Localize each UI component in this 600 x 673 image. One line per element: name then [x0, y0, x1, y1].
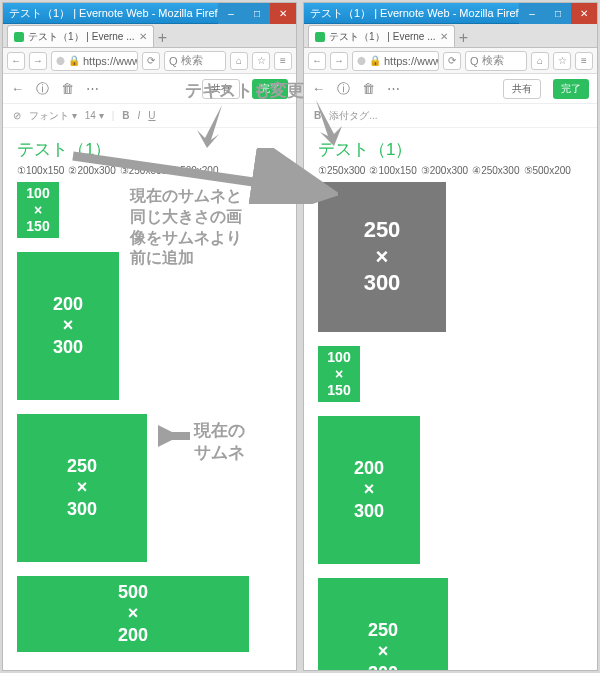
ev-trash-icon[interactable]: 🗑	[61, 81, 74, 96]
size-item: ④500x200	[171, 165, 218, 176]
note-title[interactable]: テスト（1）	[304, 128, 597, 165]
bold-button[interactable]: B	[314, 110, 321, 121]
thumbnail-100x150: 100 × 150	[17, 182, 59, 238]
window-left: テスト（1） | Evernote Web - Mozilla Firefox …	[2, 2, 297, 671]
evernote-toolbar: ← ⓘ 🗑 ⋯ 共有 完了	[304, 74, 597, 104]
globe-icon: ⬤	[357, 56, 366, 65]
size-item: ②100x150	[369, 165, 416, 176]
thumbnail-100x150: 100 × 150	[318, 346, 360, 402]
reload-button[interactable]: ⟳	[142, 52, 160, 70]
evernote-favicon-icon	[315, 32, 325, 42]
ev-back-icon[interactable]: ←	[11, 81, 24, 96]
thumbnail-500x200: 500 × 200	[17, 576, 249, 652]
bookmark-button[interactable]: ☆	[252, 52, 270, 70]
size-list-left: ①100x150 ②200x300 ③250x300 ④500x200	[3, 165, 296, 182]
tab-close-icon[interactable]: ✕	[139, 31, 147, 42]
url-input[interactable]: ⬤ 🔒 https://www.evernote.co	[352, 51, 439, 71]
size-item: ②200x300	[68, 165, 115, 176]
search-input[interactable]: Q 検索	[164, 51, 226, 71]
ev-info-icon[interactable]: ⓘ	[36, 80, 49, 98]
maximize-button[interactable]: □	[545, 3, 571, 24]
browser-tab[interactable]: テスト（1） | Everne ... ✕	[308, 25, 455, 47]
format-toolbar-right: B 添付タグ...	[304, 104, 597, 128]
window-title: テスト（1） | Evernote Web - Mozilla Firefox	[9, 6, 229, 21]
size-item: ①100x150	[17, 165, 64, 176]
window-buttons: – □ ✕	[218, 3, 296, 24]
close-button[interactable]: ✕	[571, 3, 597, 24]
menu-button[interactable]: ≡	[575, 52, 593, 70]
window-buttons: – □ ✕	[519, 3, 597, 24]
note-body-left[interactable]: 100 × 150 200 × 300 250 × 300 500 × 200	[3, 182, 296, 671]
nav-back-button[interactable]: ←	[308, 52, 326, 70]
size-list-right: ①250x300 ②100x150 ③200x300 ④250x300 ⑤500…	[304, 165, 597, 182]
search-placeholder: 検索	[482, 53, 504, 68]
ev-back-icon[interactable]: ←	[312, 81, 325, 96]
search-placeholder: 検索	[181, 53, 203, 68]
size-item: ④250x300	[472, 165, 519, 176]
ev-trash-icon[interactable]: 🗑	[362, 81, 375, 96]
bookmark-button[interactable]: ☆	[553, 52, 571, 70]
attach-tag[interactable]: 添付タグ...	[329, 109, 377, 123]
menu-button[interactable]: ≡	[274, 52, 292, 70]
new-tab-button[interactable]: +	[154, 29, 172, 47]
tab-label: テスト（1） | Everne ...	[28, 30, 135, 44]
done-button[interactable]: 完了	[553, 79, 589, 99]
search-icon: Q	[169, 55, 178, 67]
underline-button[interactable]: U	[148, 110, 155, 121]
url-text: https://www.evernote.co	[83, 55, 138, 67]
note-body-right[interactable]: 250 × 300 100 × 150 200 × 300 250 × 300	[304, 182, 597, 671]
ev-info-icon[interactable]: ⓘ	[337, 80, 350, 98]
reload-button[interactable]: ⟳	[443, 52, 461, 70]
tab-close-icon[interactable]: ✕	[440, 31, 448, 42]
titlebar[interactable]: テスト（1） | Evernote Web - Mozilla Firefox …	[304, 3, 597, 24]
note-title[interactable]: テスト（1）	[3, 128, 296, 165]
tag-icon[interactable]: ⊘	[13, 110, 21, 121]
italic-button[interactable]: I	[138, 110, 141, 121]
font-selector[interactable]: フォント ▾	[29, 109, 77, 123]
bold-button[interactable]: B	[122, 110, 129, 121]
lock-icon: 🔒	[68, 55, 80, 66]
size-item: ③250x300	[120, 165, 167, 176]
minimize-button[interactable]: –	[218, 3, 244, 24]
new-tab-button[interactable]: +	[455, 29, 473, 47]
maximize-button[interactable]: □	[244, 3, 270, 24]
ev-more-icon[interactable]: ⋯	[86, 81, 99, 96]
thumbnail-250x300-new: 250 × 300	[318, 182, 446, 332]
minimize-button[interactable]: –	[519, 3, 545, 24]
home-button[interactable]: ⌂	[531, 52, 549, 70]
search-input[interactable]: Q 検索	[465, 51, 527, 71]
tabstrip: テスト（1） | Everne ... ✕ +	[3, 24, 296, 48]
window-title: テスト（1） | Evernote Web - Mozilla Firefox	[310, 6, 530, 21]
evernote-toolbar: ← ⓘ 🗑 ⋯ 共有 完了	[3, 74, 296, 104]
format-toolbar-left: ⊘ フォント ▾ 14 ▾ | B I U	[3, 104, 296, 128]
browser-tab[interactable]: テスト（1） | Everne ... ✕	[7, 25, 154, 47]
nav-forward-button[interactable]: →	[29, 52, 47, 70]
url-input[interactable]: ⬤ 🔒 https://www.evernote.co	[51, 51, 138, 71]
url-text: https://www.evernote.co	[384, 55, 439, 67]
search-icon: Q	[470, 55, 479, 67]
size-item: ③200x300	[421, 165, 468, 176]
address-bar: ← → ⬤ 🔒 https://www.evernote.co ⟳ Q 検索 ⌂…	[304, 48, 597, 74]
thumbnail-200x300: 200 × 300	[17, 252, 119, 400]
lock-icon: 🔒	[369, 55, 381, 66]
done-button[interactable]: 完了	[252, 79, 288, 99]
size-item: ⑤500x200	[524, 165, 571, 176]
address-bar: ← → ⬤ 🔒 https://www.evernote.co ⟳ Q 検索 ⌂…	[3, 48, 296, 74]
thumbnail-250x300: 250 × 300	[318, 578, 448, 671]
titlebar[interactable]: テスト（1） | Evernote Web - Mozilla Firefox …	[3, 3, 296, 24]
share-button[interactable]: 共有	[202, 79, 240, 99]
thumbnail-200x300: 200 × 300	[318, 416, 420, 564]
tabstrip: テスト（1） | Everne ... ✕ +	[304, 24, 597, 48]
nav-back-button[interactable]: ←	[7, 52, 25, 70]
thumbnail-250x300: 250 × 300	[17, 414, 147, 562]
ev-more-icon[interactable]: ⋯	[387, 81, 400, 96]
home-button[interactable]: ⌂	[230, 52, 248, 70]
font-size[interactable]: 14 ▾	[85, 110, 104, 121]
close-button[interactable]: ✕	[270, 3, 296, 24]
nav-forward-button[interactable]: →	[330, 52, 348, 70]
window-right: テスト（1） | Evernote Web - Mozilla Firefox …	[303, 2, 598, 671]
evernote-favicon-icon	[14, 32, 24, 42]
size-item: ①250x300	[318, 165, 365, 176]
tab-label: テスト（1） | Everne ...	[329, 30, 436, 44]
share-button[interactable]: 共有	[503, 79, 541, 99]
